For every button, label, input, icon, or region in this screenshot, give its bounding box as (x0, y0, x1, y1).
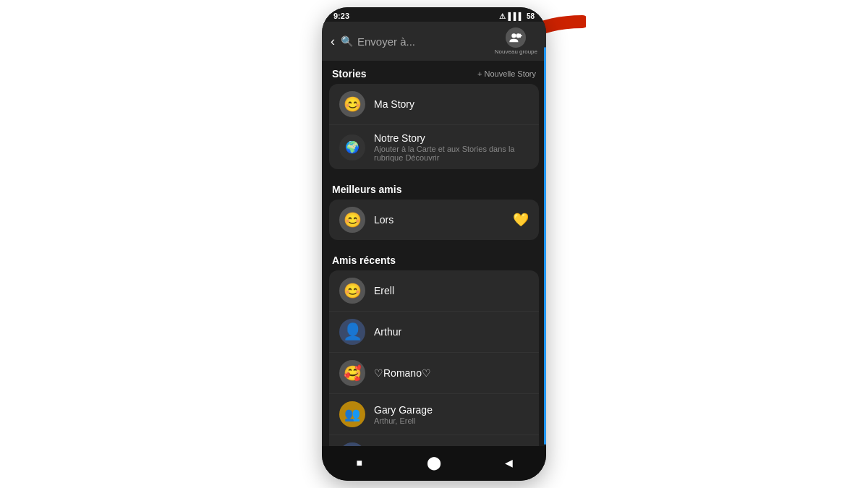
item-name: Lors (374, 214, 504, 226)
list-item[interactable]: 👤 Arthur (329, 312, 539, 353)
avatar: 🌍 (339, 134, 365, 160)
content-area: Stories + Nouvelle Story 😊 Ma Story 🌍 No… (322, 61, 546, 446)
recent-friends-title: Amis récents (332, 254, 396, 266)
item-text: Erell (374, 285, 529, 296)
stories-list: 😊 Ma Story 🌍 Notre Story Ajouter à la Ca… (329, 84, 539, 169)
best-friends-list: 😊 Lors 💛 (329, 200, 539, 240)
time: 9:23 (333, 12, 349, 20)
best-friends-section-header: Meilleurs amis (322, 176, 546, 200)
stop-button[interactable]: ■ (349, 453, 370, 473)
avatar: 👤 (339, 319, 365, 345)
stories-section-header: Stories + Nouvelle Story (322, 61, 546, 84)
item-name: Gary Garage (374, 404, 529, 416)
list-item[interactable]: 👥 Gary Garage Arthur, Erell (329, 394, 539, 435)
item-text: Arthur (374, 326, 529, 338)
alert-icon: ⚠ (499, 12, 506, 20)
list-item[interactable]: 😊 Lors 💛 (329, 200, 539, 240)
header: ‹ 🔍 Envoyer à... Nouveau groupe (322, 22, 546, 61)
back-button[interactable]: ‹ (331, 34, 335, 49)
list-item[interactable]: 👤 Cathy (329, 435, 539, 446)
battery-level: 58 (527, 12, 535, 20)
item-name: Notre Story (374, 132, 529, 144)
item-name: ♡Romano♡ (374, 367, 529, 379)
back-nav-button[interactable]: ◀ (498, 453, 519, 473)
item-name: Ma Story (374, 98, 529, 110)
avatar: 😊 (339, 207, 365, 233)
item-sub: Arthur, Erell (374, 416, 529, 425)
list-item[interactable]: 😊 Ma Story (329, 84, 539, 125)
status-bar: 9:23 ⚠ ▌▌▌ 58 (322, 7, 546, 22)
item-name: Erell (374, 285, 529, 296)
new-group-button[interactable]: Nouveau groupe (495, 27, 537, 55)
search-bar[interactable]: 🔍 Envoyer à... (341, 35, 489, 48)
phone-frame: 9:23 ⚠ ▌▌▌ 58 ‹ 🔍 Envoyer à... (322, 7, 546, 481)
signal-bars: ▌▌▌ (509, 12, 524, 20)
recent-friends-section-header: Amis récents (322, 247, 546, 270)
search-placeholder: Envoyer à... (357, 35, 415, 48)
avatar: 😊 (339, 278, 365, 304)
item-text: Lors (374, 214, 504, 226)
item-name: Arthur (374, 326, 529, 338)
item-text: ♡Romano♡ (374, 367, 529, 379)
search-icon: 🔍 (341, 35, 353, 47)
list-item[interactable]: 😊 Erell (329, 270, 539, 312)
home-button[interactable]: ⬤ (424, 453, 444, 473)
nav-bar: ■ ⬤ ◀ (322, 446, 546, 481)
new-group-icon (506, 27, 526, 48)
stories-title: Stories (332, 68, 366, 80)
best-friend-badge: 💛 (513, 212, 529, 228)
new-story-action[interactable]: + Nouvelle Story (477, 69, 536, 78)
list-item[interactable]: 🥰 ♡Romano♡ (329, 353, 539, 394)
blue-accent-bar (544, 47, 546, 445)
best-friends-title: Meilleurs amis (332, 184, 402, 195)
list-item[interactable]: 🌍 Notre Story Ajouter à la Carte et aux … (329, 125, 539, 169)
item-text: Ma Story (374, 98, 529, 110)
recent-friends-list: 😊 Erell 👤 Arthur 🥰 ♡Romano♡ (329, 270, 539, 446)
avatar: 👥 (339, 401, 365, 427)
new-group-label: Nouveau groupe (495, 48, 537, 55)
item-text: Notre Story Ajouter à la Carte et aux St… (374, 132, 529, 162)
item-sub: Ajouter à la Carte et aux Stories dans l… (374, 145, 529, 162)
item-text: Gary Garage Arthur, Erell (374, 404, 529, 425)
avatar: 🥰 (339, 360, 365, 386)
avatar: 😊 (339, 91, 365, 117)
svg-point-2 (512, 33, 516, 38)
